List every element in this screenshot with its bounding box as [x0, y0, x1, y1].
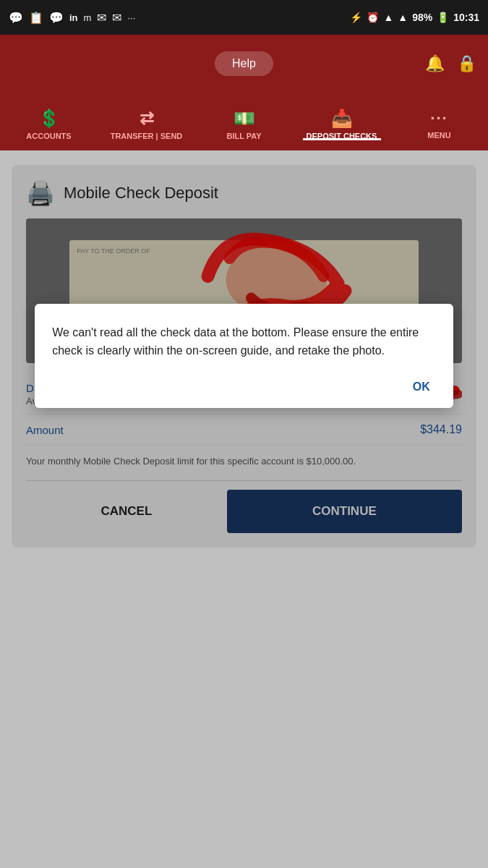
tab-menu[interactable]: ··· MENU: [390, 103, 488, 140]
dialog-overlay: We can't read all the check data at the …: [12, 165, 476, 548]
bluetooth-icon: ⚡: [350, 12, 362, 23]
battery-icon: 🔋: [437, 12, 449, 23]
more-icon: ···: [127, 12, 135, 23]
alarm-icon: ⏰: [367, 12, 379, 23]
signal-icon: ▲: [398, 12, 408, 23]
m-icon: m: [84, 12, 92, 23]
dialog-actions: OK: [52, 378, 436, 396]
tab-accounts-label: ACCOUNTS: [26, 132, 71, 140]
tab-transfer-send[interactable]: ⇄ TRANSFER | SEND: [98, 103, 195, 140]
top-navigation: Help 🔔 🔒: [0, 35, 488, 93]
battery-percent: 98%: [412, 12, 432, 23]
status-right: ⚡ ⏰ ▲ ▲ 98% 🔋 10:31: [350, 12, 479, 23]
tab-accounts[interactable]: 💲 ACCOUNTS: [0, 103, 98, 140]
notification-bell-icon[interactable]: 🔔: [425, 54, 445, 73]
chat-icon: 💬: [9, 11, 23, 25]
accounts-icon: 💲: [38, 109, 60, 129]
mail1-icon: ✉: [97, 11, 106, 25]
tab-deposit-label: DEPOSIT CHECKS: [307, 132, 377, 140]
messenger-icon: 💬: [49, 11, 64, 25]
dialog-message: We can't read all the check data at the …: [52, 324, 436, 360]
help-button[interactable]: Help: [215, 51, 273, 76]
tab-bar: 💲 ACCOUNTS ⇄ TRANSFER | SEND 💵 BILL PAY …: [0, 93, 488, 150]
error-dialog: We can't read all the check data at the …: [35, 304, 453, 408]
main-content: 🖨️ Mobile Check Deposit PAY TO THE ORDER…: [0, 150, 488, 868]
mail2-icon: ✉: [112, 11, 121, 25]
deposit-icon: 📥: [331, 109, 353, 129]
status-bar: 💬 📋 💬 in m ✉ ✉ ··· ⚡ ⏰ ▲ ▲ 98% 🔋 10:31: [0, 0, 488, 35]
deposit-card: 🖨️ Mobile Check Deposit PAY TO THE ORDER…: [12, 165, 476, 548]
tab-menu-label: MENU: [427, 131, 450, 140]
wifi-icon: ▲: [383, 12, 393, 23]
tab-transfer-label: TRANSFER | SEND: [111, 132, 183, 140]
notes-icon: 📋: [29, 11, 43, 25]
status-icons-left: 💬 📋 💬 in m ✉ ✉ ···: [9, 11, 135, 25]
tab-bill-pay[interactable]: 💵 BILL PAY: [195, 103, 293, 140]
tab-deposit-checks[interactable]: 📥 DEPOSIT CHECKS: [293, 103, 390, 140]
linkedin-icon: in: [69, 12, 78, 23]
dialog-ok-button[interactable]: OK: [407, 378, 436, 396]
transfer-icon: ⇄: [140, 109, 154, 129]
more-dots-icon: ···: [430, 109, 448, 128]
time-display: 10:31: [453, 12, 479, 23]
lock-icon[interactable]: 🔒: [457, 54, 476, 73]
tab-billpay-label: BILL PAY: [226, 132, 261, 140]
billpay-icon: 💵: [234, 109, 255, 129]
